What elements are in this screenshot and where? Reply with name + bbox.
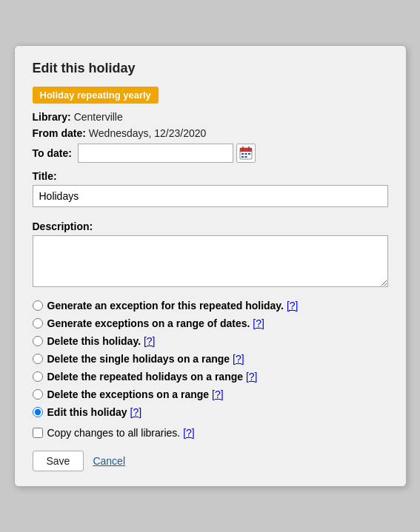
radio-opt7[interactable]: [33, 407, 43, 417]
from-date-value: Wednesdays, 12/23/2020: [89, 127, 207, 139]
radio-label-opt1: Generate an exception for this repeated …: [47, 300, 299, 312]
description-section-label: Description:: [33, 220, 388, 232]
holiday-badge: Holiday repeating yearly: [33, 87, 159, 104]
radio-item-7: Edit this holiday [?]: [33, 406, 388, 418]
copy-changes-row: Copy changes to all libraries. [?]: [33, 427, 388, 439]
svg-rect-6: [248, 153, 250, 155]
from-date-row: From date: Wednesdays, 12/23/2020: [33, 127, 388, 139]
svg-rect-5: [244, 153, 247, 155]
svg-rect-4: [241, 153, 244, 155]
svg-rect-1: [240, 148, 252, 152]
cancel-button[interactable]: Cancel: [93, 455, 125, 467]
radio-opt1[interactable]: [33, 300, 43, 311]
title-input[interactable]: [33, 185, 388, 207]
help-link-opt7[interactable]: [?]: [130, 406, 142, 418]
radio-label-opt7: Edit this holiday [?]: [47, 406, 142, 418]
to-date-input[interactable]: [78, 144, 233, 163]
radio-item-5: Delete the repeated holidays on a range …: [33, 371, 388, 383]
save-button[interactable]: Save: [33, 451, 84, 471]
help-link-opt5[interactable]: [?]: [246, 371, 258, 383]
radio-opt2[interactable]: [33, 318, 43, 329]
radio-opt5[interactable]: [33, 371, 43, 382]
to-date-row: To date:: [33, 144, 388, 163]
copy-changes-label: Copy changes to all libraries. [?]: [47, 427, 195, 439]
library-label: Library:: [33, 111, 71, 123]
help-link-opt6[interactable]: [?]: [212, 388, 224, 400]
radio-opt4[interactable]: [33, 354, 43, 364]
radio-label-opt3: Delete this holiday. [?]: [47, 335, 156, 347]
radio-label-opt4: Delete the single holidays on a range [?…: [47, 353, 244, 365]
radio-item-1: Generate an exception for this repeated …: [33, 300, 388, 312]
dialog-title: Edit this holiday: [33, 61, 388, 76]
help-link-opt4[interactable]: [?]: [233, 353, 244, 365]
radio-label-opt6: Delete the exceptions on a range [?]: [47, 388, 224, 400]
button-row: Save Cancel: [33, 451, 388, 471]
help-link-opt3[interactable]: [?]: [144, 335, 156, 347]
help-link-opt1[interactable]: [?]: [287, 300, 299, 312]
from-date-label: From date:: [33, 127, 86, 139]
radio-label-opt2: Generate exceptions on a range of dates.…: [47, 317, 264, 329]
library-value: Centerville: [74, 111, 123, 123]
radio-opt3[interactable]: [33, 336, 43, 346]
library-row: Library: Centerville: [33, 111, 388, 123]
title-section-label: Title:: [33, 170, 388, 182]
copy-changes-help[interactable]: [?]: [183, 427, 195, 439]
copy-changes-checkbox[interactable]: [33, 428, 43, 438]
radio-item-6: Delete the exceptions on a range [?]: [33, 388, 388, 400]
calendar-icon-button[interactable]: [236, 144, 256, 163]
radio-label-opt5: Delete the repeated holidays on a range …: [47, 371, 258, 383]
radio-opt6[interactable]: [33, 389, 43, 400]
svg-rect-8: [244, 156, 247, 158]
help-link-opt2[interactable]: [?]: [253, 317, 264, 329]
svg-rect-7: [241, 156, 244, 158]
description-textarea[interactable]: [33, 235, 388, 287]
calendar-icon: [239, 147, 253, 160]
radio-item-3: Delete this holiday. [?]: [33, 335, 388, 347]
radio-item-2: Generate exceptions on a range of dates.…: [33, 317, 388, 329]
edit-holiday-dialog: Edit this holiday Holiday repeating year…: [14, 45, 407, 487]
radio-group: Generate an exception for this repeated …: [33, 300, 388, 418]
radio-item-4: Delete the single holidays on a range [?…: [33, 353, 388, 365]
to-date-label: To date:: [33, 147, 72, 159]
